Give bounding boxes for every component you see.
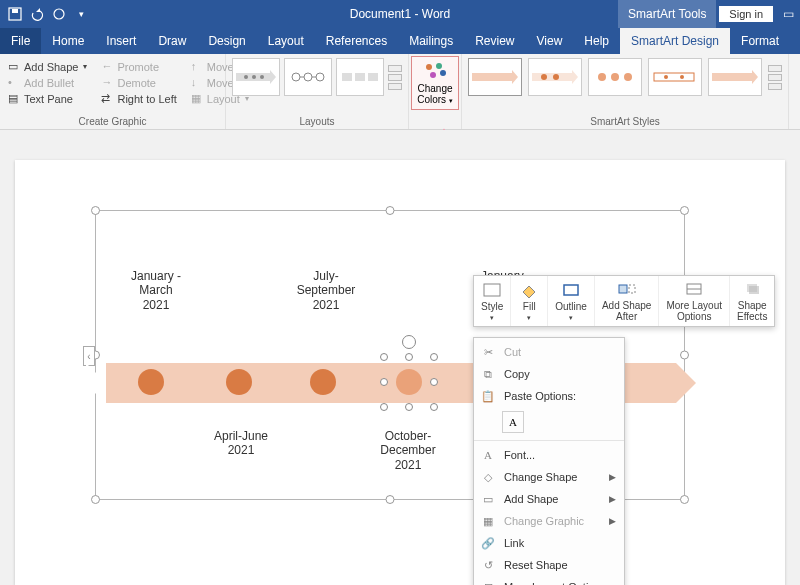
ctx-link[interactable]: 🔗Link [474, 532, 624, 554]
style-option-3[interactable] [588, 58, 642, 96]
style-option-1[interactable] [468, 58, 522, 96]
layout-option-2[interactable] [284, 58, 332, 96]
svg-point-26 [598, 73, 606, 81]
tab-layout[interactable]: Layout [257, 28, 315, 54]
svg-rect-37 [619, 285, 627, 293]
svg-rect-35 [484, 284, 500, 296]
tab-view[interactable]: View [526, 28, 574, 54]
more-layout-icon: ⊞ [480, 579, 496, 585]
tab-review[interactable]: Review [464, 28, 525, 54]
svg-point-17 [436, 63, 442, 69]
tab-design[interactable]: Design [197, 28, 256, 54]
ctx-separator [474, 440, 624, 441]
tab-file[interactable]: File [0, 28, 41, 54]
layout-option-3[interactable] [336, 58, 384, 96]
shape-handle[interactable] [405, 353, 413, 361]
mini-more-layout-button[interactable]: More LayoutOptions [659, 276, 730, 326]
rotate-handle-icon[interactable] [402, 335, 416, 349]
group-layouts: Layouts [226, 54, 409, 129]
tab-insert[interactable]: Insert [95, 28, 147, 54]
svg-rect-22 [532, 73, 572, 81]
mini-outline-button[interactable]: Outline▾ [548, 276, 595, 326]
timeline-dot-1[interactable] [138, 369, 164, 395]
svg-rect-38 [629, 285, 635, 293]
tab-home[interactable]: Home [41, 28, 95, 54]
paste-option-keep-text[interactable]: A [502, 411, 524, 433]
mini-shape-effects-button[interactable]: ShapeEffects [730, 276, 774, 326]
resize-handle-e[interactable] [680, 351, 689, 360]
sign-in-button[interactable]: Sign in [719, 6, 773, 22]
svg-point-16 [426, 64, 432, 70]
tab-mailings[interactable]: Mailings [398, 28, 464, 54]
undo-icon[interactable] [30, 7, 44, 21]
style-option-4[interactable] [648, 58, 702, 96]
resize-handle-sw[interactable] [91, 495, 100, 504]
tab-strip: File Home Insert Draw Design Layout Refe… [0, 28, 800, 54]
shape-handle[interactable] [430, 378, 438, 386]
outline-icon [560, 281, 582, 299]
change-colors-button[interactable]: ChangeColors ▾ [411, 56, 459, 110]
reset-graphic-button[interactable]: ResetGraphic [795, 58, 800, 104]
styles-scroll[interactable] [768, 65, 782, 90]
ctx-font[interactable]: AFont... [474, 444, 624, 466]
resize-handle-ne[interactable] [680, 206, 689, 215]
ribbon-display-icon[interactable]: ▭ [783, 7, 794, 21]
ctx-paste-options-header: 📋Paste Options: [474, 385, 624, 407]
tab-smartart-design[interactable]: SmartArt Design [620, 28, 730, 54]
tab-format[interactable]: Format [730, 28, 790, 54]
layout-icon: ▦ [191, 92, 204, 105]
svg-point-8 [292, 73, 300, 81]
tab-references[interactable]: References [315, 28, 398, 54]
shape-handle[interactable] [380, 353, 388, 361]
tell-me-search[interactable]: 💡 Tell me what you want to do [790, 28, 800, 54]
shape-handle[interactable] [405, 403, 413, 411]
timeline-dot-3[interactable] [310, 369, 336, 395]
timeline-label-4: October-December2021 [358, 429, 458, 472]
reset-shape-icon: ↺ [480, 557, 496, 573]
add-shape-button[interactable]: ▭Add Shape▾ [6, 59, 89, 74]
resize-handle-se[interactable] [680, 495, 689, 504]
ctx-cut: ✂Cut [474, 341, 624, 363]
change-graphic-icon: ▦ [480, 513, 496, 529]
text-pane-button[interactable]: ▤Text Pane [6, 91, 89, 106]
resize-handle-nw[interactable] [91, 206, 100, 215]
qat-dropdown-icon[interactable]: ▾ [74, 7, 88, 21]
ctx-add-shape[interactable]: ▭Add Shape▶ [474, 488, 624, 510]
svg-point-6 [252, 75, 256, 79]
ctx-change-graphic: ▦Change Graphic▶ [474, 510, 624, 532]
redo-icon[interactable] [52, 7, 66, 21]
ctx-more-layout-options[interactable]: ⊞More Layout Options... [474, 576, 624, 585]
shape-handle[interactable] [380, 403, 388, 411]
shape-handle[interactable] [380, 378, 388, 386]
arrow-down-icon: ↓ [191, 76, 204, 89]
tab-draw[interactable]: Draw [147, 28, 197, 54]
save-icon[interactable] [8, 7, 22, 21]
layout-option-1[interactable] [232, 58, 280, 96]
shape-handle[interactable] [430, 403, 438, 411]
shape-handle[interactable] [430, 353, 438, 361]
layouts-scroll[interactable] [388, 65, 402, 90]
right-to-left-button[interactable]: ⇄Right to Left [99, 91, 178, 106]
svg-point-27 [611, 73, 619, 81]
mini-fill-button[interactable]: Fill▾ [511, 276, 548, 326]
style-option-2[interactable] [528, 58, 582, 96]
resize-handle-s[interactable] [386, 495, 395, 504]
resize-handle-n[interactable] [386, 206, 395, 215]
context-menu: ✂Cut ⧉Copy 📋Paste Options: A AFont... ◇C… [473, 337, 625, 585]
timeline-label-1: January -March2021 [106, 269, 206, 312]
mini-toolbar: Style▾ Fill▾ Outline▾ Add ShapeAfter Mor… [473, 275, 775, 327]
mini-style-button[interactable]: Style▾ [474, 276, 511, 326]
ctx-change-shape[interactable]: ◇Change Shape▶ [474, 466, 624, 488]
color-palette-icon [421, 61, 449, 81]
svg-rect-15 [368, 73, 378, 81]
timeline-dot-2[interactable] [226, 369, 252, 395]
tab-help[interactable]: Help [573, 28, 620, 54]
ctx-reset-shape[interactable]: ↺Reset Shape [474, 554, 624, 576]
mini-add-shape-after-button[interactable]: Add ShapeAfter [595, 276, 660, 326]
add-bullet-button: •Add Bullet [6, 75, 89, 90]
ribbon: ▭Add Shape▾ •Add Bullet ▤Text Pane ←Prom… [0, 54, 800, 130]
add-shape-after-icon [616, 280, 638, 298]
style-option-5[interactable] [708, 58, 762, 96]
svg-rect-32 [712, 73, 752, 81]
ctx-copy[interactable]: ⧉Copy [474, 363, 624, 385]
